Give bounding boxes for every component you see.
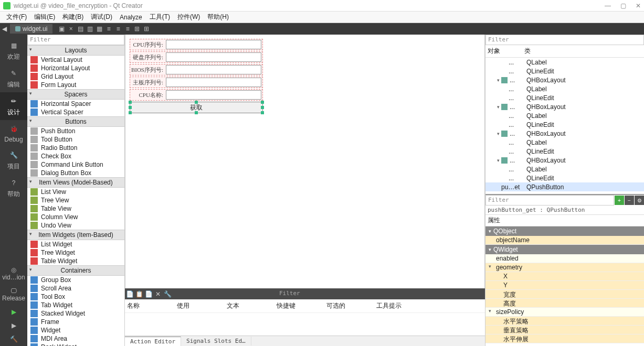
design-canvas[interactable]: CPU序列号:硬盘序列号:BIOS序列号:主板序列号:CPU名称: 获取 (125, 35, 485, 288)
get-button[interactable]: 获取 (130, 102, 263, 113)
widget-category[interactable]: Spacers (27, 89, 124, 100)
object-row[interactable]: ▾...QHBoxLayout (485, 129, 644, 138)
widget-item[interactable]: List Widget (27, 240, 124, 248)
form-input[interactable] (166, 78, 261, 87)
form-input[interactable] (166, 90, 261, 100)
widget-item[interactable]: Frame (27, 318, 124, 326)
property-row[interactable]: ▾sizePolicy (485, 308, 644, 317)
mode-projects[interactable]: 🔧项目 (0, 146, 27, 174)
toolbar-icon[interactable]: ⊞ (133, 25, 141, 33)
copy-icon[interactable]: 📋 (134, 290, 144, 298)
object-row[interactable]: ...QLabel (485, 138, 644, 147)
menu-item[interactable]: 调试(D) (88, 12, 115, 23)
widget-item[interactable]: Column View (27, 213, 124, 221)
property-row[interactable]: 宽度 (485, 290, 644, 299)
property-row[interactable]: 水平策略 (485, 317, 644, 326)
widget-item[interactable]: Table Widget (27, 257, 124, 265)
property-row[interactable]: 水平伸展 (485, 334, 644, 343)
close-icon[interactable]: ✕ (636, 2, 641, 9)
object-row[interactable]: ▾...QHBoxLayout (485, 75, 644, 84)
object-row[interactable]: pu…etQPushButton (485, 182, 644, 191)
widget-item[interactable]: Push Button (27, 127, 124, 135)
widget-item[interactable]: Dialog Button Box (27, 169, 124, 177)
toolbar-icon[interactable]: ▥ (86, 25, 93, 33)
object-row[interactable]: ...QLabel (485, 111, 644, 120)
mode-help[interactable]: ?帮助 (0, 174, 27, 202)
menu-item[interactable]: Analyze (117, 13, 145, 22)
property-section[interactable]: QObject (485, 226, 644, 236)
toolbar-icon[interactable]: ≡ (114, 25, 122, 33)
object-row[interactable]: ...QLineEdit (485, 120, 644, 129)
property-row[interactable]: X (485, 272, 644, 281)
widget-item[interactable]: Widget (27, 326, 124, 334)
widget-item[interactable]: Form Layout (27, 81, 124, 89)
property-row[interactable]: 高度 (485, 299, 644, 308)
widget-item[interactable]: Command Link Button (27, 160, 124, 169)
widget-item[interactable]: Vertical Spacer (27, 108, 124, 116)
mode-debug[interactable]: 🐞Debug (0, 120, 27, 146)
expand-icon[interactable]: ▾ (495, 131, 501, 136)
action-column[interactable]: 名称 (127, 300, 177, 311)
toolbar-icon[interactable]: ▦ (96, 25, 103, 33)
expand-icon[interactable]: ▾ (495, 78, 501, 83)
bottom-build[interactable]: 🔨 (0, 332, 27, 346)
toolbar-icon[interactable]: × (67, 25, 75, 33)
delete-icon[interactable]: ✕ (153, 290, 163, 298)
object-filter[interactable]: Filter (485, 35, 644, 45)
widget-item[interactable]: Tree View (27, 196, 124, 204)
widget-item[interactable]: Tool Box (27, 293, 124, 301)
object-row[interactable]: ...QLineEdit (485, 67, 644, 75)
widget-category[interactable]: Item Widgets (Item-Based) (27, 230, 124, 240)
widget-item[interactable]: Horizontal Spacer (27, 100, 124, 108)
property-row[interactable]: objectName (485, 236, 644, 245)
widget-item[interactable]: Group Box (27, 276, 124, 284)
object-row[interactable]: ...QLineEdit (485, 93, 644, 102)
object-row[interactable]: ...QLabel (485, 165, 644, 174)
form-input[interactable] (166, 40, 261, 49)
document-tab[interactable]: widget.ui (10, 24, 52, 34)
action-filter[interactable]: Filter (277, 289, 485, 299)
action-tab[interactable]: Action Editor (125, 337, 181, 346)
class-column[interactable]: 类 (524, 47, 531, 56)
minimize-icon[interactable]: — (605, 2, 611, 9)
widget-item[interactable]: Undo View (27, 221, 124, 230)
menu-item[interactable]: 工具(T) (146, 12, 173, 23)
bottom-target[interactable]: ◎vid…ion (0, 263, 27, 284)
bottom-run[interactable]: ▶ (0, 305, 27, 319)
expand-icon[interactable]: ▾ (489, 308, 491, 313)
widget-item[interactable]: Grid Layout (27, 72, 124, 81)
widget-item[interactable]: Tree Widget (27, 248, 124, 257)
widget-item[interactable]: Stacked Widget (27, 309, 124, 318)
property-section[interactable]: QWidget (485, 245, 644, 254)
property-row[interactable]: enabled (485, 254, 644, 263)
widget-item[interactable]: Table View (27, 204, 124, 213)
widget-category[interactable]: Containers (27, 265, 124, 276)
menu-item[interactable]: 帮助(H) (204, 12, 232, 23)
action-tab[interactable]: Signals Slots Ed… (181, 337, 251, 345)
widget-category[interactable]: Buttons (27, 116, 124, 127)
widget-item[interactable]: Radio Button (27, 144, 124, 152)
object-row[interactable]: ...QLabel (485, 84, 644, 93)
widget-item[interactable]: MDI Area (27, 334, 124, 343)
menu-item[interactable]: 编辑(E) (31, 12, 58, 23)
paste-icon[interactable]: 📄 (144, 290, 153, 298)
remove-property-icon[interactable]: − (625, 196, 634, 205)
toolbar-icon[interactable]: ▣ (58, 25, 65, 33)
widget-item[interactable]: Vertical Layout (27, 56, 124, 64)
mode-edit[interactable]: ✎编辑 (0, 64, 27, 92)
expand-icon[interactable]: ▾ (495, 104, 501, 110)
object-row[interactable]: ...QLineEdit (485, 147, 644, 156)
object-row[interactable]: ▾...QHBoxLayout (485, 102, 644, 111)
form-input[interactable] (166, 52, 261, 62)
property-filter[interactable]: Filter (485, 195, 614, 206)
toolbar-icon[interactable]: ▤ (77, 25, 84, 33)
config-icon[interactable]: 🔧 (163, 290, 172, 298)
menu-item[interactable]: 文件(F) (3, 12, 30, 23)
mode-design[interactable]: ✏设计 (0, 92, 27, 120)
widget-item[interactable]: Scroll Area (27, 284, 124, 293)
add-property-icon[interactable]: + (615, 196, 624, 205)
widget-item[interactable]: Dock Widget (27, 343, 124, 346)
widget-category[interactable]: Layouts (27, 45, 124, 56)
widget-item[interactable]: Check Box (27, 152, 124, 160)
widget-item[interactable]: List View (27, 188, 124, 196)
